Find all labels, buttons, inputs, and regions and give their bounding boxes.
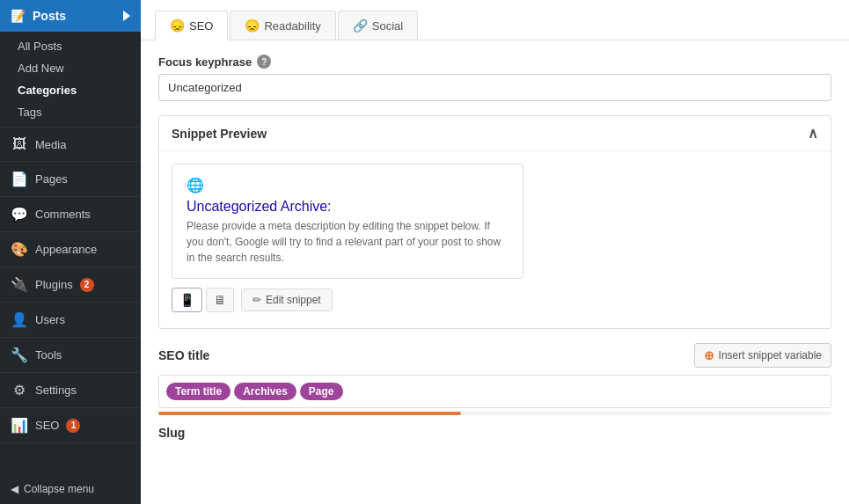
sidebar-item-categories[interactable]: Categories xyxy=(0,79,141,101)
seo-title-header: SEO title ⊕ Insert snippet variable xyxy=(158,343,831,368)
sidebar-item-plugins-label: Plugins xyxy=(35,278,73,291)
focus-keyphrase-help-icon[interactable]: ? xyxy=(257,55,271,69)
seo-title-progress-bar-fill xyxy=(158,412,461,415)
sidebar-item-all-posts[interactable]: All Posts xyxy=(0,35,141,57)
mobile-view-button[interactable]: 📱 xyxy=(172,288,202,312)
sidebar-header[interactable]: 📝 Posts xyxy=(0,0,141,32)
plugins-icon: 🔌 xyxy=(11,276,28,293)
sidebar-header-label: Posts xyxy=(33,9,66,23)
sidebar-item-tools-label: Tools xyxy=(35,348,62,362)
desktop-view-button[interactable]: 🖥 xyxy=(206,288,234,312)
focus-keyphrase-input[interactable] xyxy=(158,74,831,101)
sidebar-item-pages-label: Pages xyxy=(35,172,68,186)
readability-tab-label: Readability xyxy=(264,19,320,33)
pages-icon: 📄 xyxy=(11,171,28,187)
device-bar: 📱 🖥 ✏ Edit snippet xyxy=(172,288,818,312)
sidebar: 📝 Posts All Posts Add New Categories Tag… xyxy=(0,0,141,504)
slug-label: Slug xyxy=(158,426,831,440)
edit-snippet-label: Edit snippet xyxy=(266,294,321,306)
plus-icon: ⊕ xyxy=(704,348,714,362)
main-content: 😞 SEO 😞 Readability 🔗 Social Focus keyph… xyxy=(141,0,849,504)
tab-social[interactable]: 🔗 Social xyxy=(338,11,418,40)
collapse-icon: ◀ xyxy=(11,483,18,495)
sidebar-item-add-new[interactable]: Add New xyxy=(0,57,141,79)
chevron-up-icon: ∧ xyxy=(808,125,818,142)
settings-icon: ⚙ xyxy=(11,382,28,398)
seo-title-section: SEO title ⊕ Insert snippet variable Term… xyxy=(158,343,831,415)
snippet-description: Please provide a meta description by edi… xyxy=(187,218,509,266)
seo-tab-label: SEO xyxy=(189,19,213,33)
sidebar-item-settings[interactable]: ⚙ Settings xyxy=(0,373,141,408)
tab-seo[interactable]: 😞 SEO xyxy=(155,11,228,40)
mobile-icon: 📱 xyxy=(179,293,194,307)
seo-title-tags-bar: Term title Archives Page xyxy=(158,375,831,408)
insert-snippet-label: Insert snippet variable xyxy=(719,349,822,362)
snippet-preview-header[interactable]: Snippet Preview ∧ xyxy=(159,116,831,151)
appearance-icon: 🎨 xyxy=(11,241,28,258)
snippet-link-title[interactable]: Uncategorized Archive: xyxy=(187,199,509,215)
tag-term-title: Term title xyxy=(166,383,231,400)
sidebar-item-pages[interactable]: 📄 Pages xyxy=(0,162,141,197)
sidebar-item-settings-label: Settings xyxy=(35,383,77,397)
seo-title-label: SEO title xyxy=(158,348,209,362)
sidebar-header-arrow xyxy=(123,11,130,21)
seo-tab-icon: 😞 xyxy=(170,18,185,33)
collapse-label: Collapse menu xyxy=(24,483,94,495)
media-icon: 🖼 xyxy=(11,136,28,152)
seo-title-progress-bar-wrap xyxy=(158,412,831,415)
globe-icon: 🌐 xyxy=(187,177,509,194)
snippet-preview-title: Snippet Preview xyxy=(172,127,267,141)
snippet-preview-body: 🌐 Uncategorized Archive: Please provide … xyxy=(159,151,831,328)
content-area: Focus keyphrase ? Snippet Preview ∧ 🌐 Un… xyxy=(141,40,849,504)
sidebar-item-appearance[interactable]: 🎨 Appearance xyxy=(0,232,141,267)
sidebar-item-comments-label: Comments xyxy=(35,208,91,221)
sidebar-item-plugins[interactable]: 🔌 Plugins 2 xyxy=(0,267,141,303)
sidebar-item-users-label: Users xyxy=(35,313,65,326)
snippet-preview-section: Snippet Preview ∧ 🌐 Uncategorized Archiv… xyxy=(158,115,831,329)
posts-icon: 📝 xyxy=(11,9,26,23)
seo-icon: 📊 xyxy=(11,417,28,434)
snippet-card: 🌐 Uncategorized Archive: Please provide … xyxy=(172,164,523,279)
seo-badge: 1 xyxy=(66,419,80,433)
sidebar-item-appearance-label: Appearance xyxy=(35,243,97,256)
sidebar-sub-menu: All Posts Add New Categories Tags xyxy=(0,32,141,128)
sidebar-item-seo[interactable]: 📊 SEO 1 xyxy=(0,408,141,443)
sidebar-item-tags[interactable]: Tags xyxy=(0,101,141,123)
sidebar-item-media[interactable]: 🖼 Media xyxy=(0,128,141,162)
desktop-icon: 🖥 xyxy=(214,293,226,307)
tabs-bar: 😞 SEO 😞 Readability 🔗 Social xyxy=(141,0,849,40)
readability-tab-icon: 😞 xyxy=(245,18,260,33)
sidebar-item-users[interactable]: 👤 Users xyxy=(0,303,141,338)
tag-page: Page xyxy=(300,383,343,400)
insert-snippet-variable-button[interactable]: ⊕ Insert snippet variable xyxy=(694,343,831,368)
sidebar-item-seo-label: SEO xyxy=(35,419,59,432)
plugins-badge: 2 xyxy=(80,278,94,292)
collapse-menu[interactable]: ◀ Collapse menu xyxy=(0,474,141,504)
social-tab-label: Social xyxy=(372,19,403,33)
sidebar-item-media-label: Media xyxy=(35,138,66,151)
tag-archives: Archives xyxy=(234,383,296,400)
sidebar-item-comments[interactable]: 💬 Comments xyxy=(0,197,141,232)
users-icon: 👤 xyxy=(11,311,28,328)
comments-icon: 💬 xyxy=(11,206,28,223)
pencil-icon: ✏ xyxy=(253,294,261,306)
sidebar-item-tools[interactable]: 🔧 Tools xyxy=(0,338,141,373)
focus-keyphrase-label: Focus keyphrase ? xyxy=(158,55,831,69)
tab-readability[interactable]: 😞 Readability xyxy=(230,11,335,40)
tools-icon: 🔧 xyxy=(11,347,28,363)
edit-snippet-button[interactable]: ✏ Edit snippet xyxy=(241,289,333,311)
social-tab-icon: 🔗 xyxy=(353,18,368,33)
